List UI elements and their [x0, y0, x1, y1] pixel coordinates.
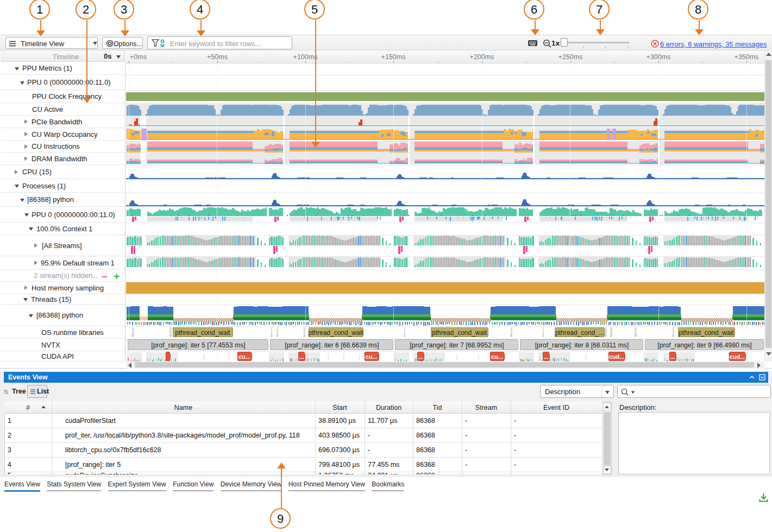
- svg-text:cu...: cu...: [491, 353, 503, 360]
- svg-text:[prof_range]: iter 9 [66.4980: [prof_range]: iter 9 [66.4980 ms]: [657, 341, 751, 349]
- svg-text:pthread_cond_wait: pthread_cond_wait: [679, 329, 734, 337]
- svg-text:...: ...: [299, 353, 304, 360]
- svg-text:...: ...: [418, 353, 423, 360]
- svg-text:cu...: cu...: [366, 353, 378, 360]
- svg-text:[prof_range]: iter 5 [77.4553: [prof_range]: iter 5 [77.4553 ms]: [151, 341, 245, 349]
- svg-text:cu...: cu...: [238, 353, 250, 360]
- svg-text:[prof_range]: iter 8 [68.0311: [prof_range]: iter 8 [68.0311 ms]: [535, 341, 629, 349]
- svg-text:...: ...: [670, 353, 675, 360]
- svg-text:pthread_cond_wait: pthread_cond_wait: [308, 329, 363, 337]
- svg-text:pthread_cond_...: pthread_cond_...: [555, 329, 604, 337]
- svg-text:pthread_cond_wait: pthread_cond_wait: [175, 329, 230, 337]
- svg-text:[prof_range]: iter 6 [68.6639: [prof_range]: iter 6 [68.6639 ms]: [285, 341, 379, 349]
- svg-text:cud...: cud...: [730, 353, 745, 360]
- svg-text:cud...: cud...: [609, 353, 625, 360]
- svg-text:M: M: [160, 43, 165, 48]
- svg-text:[prof_range]: iter 7 [68.9952: [prof_range]: iter 7 [68.9952 ms]: [410, 341, 504, 349]
- svg-text:...: ...: [543, 353, 548, 360]
- svg-text:pthread_cond_wait: pthread_cond_wait: [432, 329, 487, 337]
